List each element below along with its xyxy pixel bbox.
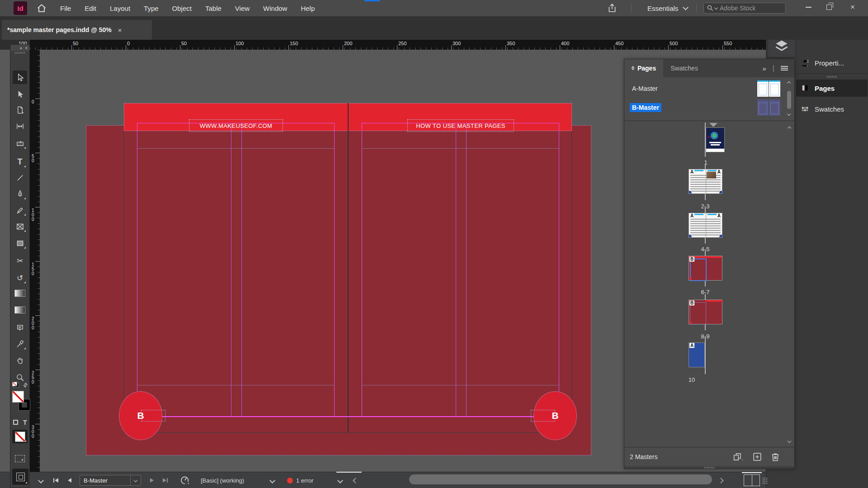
scroll-up-icon[interactable]	[788, 127, 791, 130]
horizontal-ruler[interactable]: 10050050100150200250300350400450500550	[30, 40, 766, 50]
preflight-menu-icon[interactable]	[270, 472, 274, 488]
frame-tool[interactable]	[13, 220, 27, 233]
pen-tool[interactable]	[13, 187, 27, 201]
type-tool[interactable]: T	[13, 155, 27, 169]
scroll-right-icon[interactable]	[719, 472, 723, 488]
close-button[interactable]: ×	[843, 0, 863, 14]
masters-scrollbar[interactable]	[786, 79, 793, 119]
indesign-logo[interactable]: Id	[14, 1, 27, 15]
search-input[interactable]: Adobe Stock	[703, 3, 786, 14]
eyedropper-tool[interactable]	[13, 337, 27, 351]
formatting-container-icon[interactable]	[13, 420, 18, 425]
flyout-indicator-icon	[24, 282, 26, 283]
next-page-button[interactable]	[150, 472, 154, 488]
preflight-profile[interactable]: [Basic] (working)	[201, 472, 244, 488]
menu-object[interactable]: Object	[165, 5, 198, 12]
tab-swatches[interactable]: Swatches	[663, 59, 705, 77]
hand-tool[interactable]	[13, 353, 27, 367]
expand-panel-icon[interactable]: »	[20, 46, 23, 51]
zoom-level-dropdown[interactable]	[39, 472, 43, 488]
workspace-switcher[interactable]: Essentials	[647, 0, 688, 16]
page-label[interactable]: 1	[692, 159, 719, 166]
scroll-left-icon[interactable]	[354, 472, 358, 488]
panel-collapse-icon[interactable]: »	[763, 65, 766, 72]
gridify-tool[interactable]	[15, 455, 25, 462]
menu-help[interactable]: Help	[294, 5, 321, 12]
master-row-b-master[interactable]: B-Master	[624, 99, 785, 116]
left-header-text-frame[interactable]: WWW.MAKEUSEOF.COM	[189, 119, 283, 132]
master-label[interactable]: A-Master	[630, 84, 660, 93]
delete-page-button[interactable]	[770, 451, 781, 462]
vertical-ruler[interactable]: 05 01 0 01 5 02 0 02 5 03 0 0	[30, 50, 40, 472]
text-frame-edge	[137, 148, 335, 149]
gap-tool[interactable]	[13, 119, 27, 133]
panel-resize-grip[interactable]	[624, 466, 794, 469]
page-tool[interactable]	[13, 103, 27, 117]
menu-file[interactable]: File	[53, 5, 78, 12]
rectangle-tool[interactable]	[13, 236, 27, 250]
pages-icon	[801, 84, 809, 93]
horizontal-scrollbar[interactable]	[409, 474, 712, 484]
master-thumbnail[interactable]	[757, 99, 781, 116]
edit-page-size-button[interactable]	[732, 451, 744, 462]
document-tab[interactable]: *sample master pages.indd @ 50% ×	[2, 20, 152, 40]
dock-item-pages[interactable]: Pages	[796, 80, 868, 97]
status-menu-icon[interactable]	[338, 472, 342, 488]
right-header-text-frame[interactable]: HOW TO USE MASTER PAGES	[407, 119, 514, 132]
dock-item-swatches[interactable]: Swatches	[796, 100, 868, 117]
screen-mode-button[interactable]	[12, 469, 28, 485]
menu-type[interactable]: Type	[137, 5, 165, 12]
eyedropper-icon	[16, 340, 24, 348]
menu-table[interactable]: Table	[198, 5, 228, 12]
menu-edit[interactable]: Edit	[78, 5, 103, 12]
scroll-down-icon[interactable]	[788, 439, 791, 443]
pencil-tool[interactable]	[13, 203, 27, 217]
dock-item-properti[interactable]: Properti...	[796, 54, 868, 71]
formatting-text-icon[interactable]: T	[23, 419, 27, 426]
close-tab-icon[interactable]: ×	[118, 26, 122, 34]
master-row-a-master[interactable]: A-Master	[624, 80, 785, 97]
first-page-button[interactable]	[53, 472, 58, 488]
menu-view[interactable]: View	[228, 5, 256, 12]
resize-grip[interactable]	[762, 477, 768, 484]
tab-pages[interactable]: ◊Pages	[624, 59, 663, 77]
gap-icon	[16, 122, 24, 131]
scissors-tool[interactable]: ✂	[13, 254, 27, 267]
create-new-page-button[interactable]	[752, 451, 763, 462]
selection-tool[interactable]	[13, 70, 27, 84]
close-icon[interactable]: ×	[25, 46, 28, 51]
last-page-button[interactable]	[163, 472, 168, 488]
error-dot-icon	[287, 478, 293, 483]
ruler-label: 1 0 0	[32, 208, 34, 222]
error-status[interactable]: 1 error	[287, 472, 313, 488]
preflight-icon[interactable]	[180, 472, 190, 488]
panel-grip[interactable]	[10, 51, 29, 55]
page-select-dropdown[interactable]: B-Master	[80, 475, 141, 486]
note-tool[interactable]	[13, 321, 27, 334]
ruler-label: 3 0 0	[32, 425, 34, 439]
panel-menu-icon[interactable]	[781, 66, 788, 70]
home-icon[interactable]	[36, 3, 48, 14]
gradient-swatch-tool[interactable]	[13, 286, 27, 300]
default-swatches-icon[interactable]	[13, 383, 19, 388]
free-transform-tool[interactable]: ↺	[13, 271, 27, 285]
tools-panel-header[interactable]: » ×	[10, 45, 29, 51]
previous-page-button[interactable]	[68, 472, 71, 488]
menu-layout[interactable]: Layout	[103, 5, 137, 12]
restore-button[interactable]	[819, 0, 839, 14]
panel-grip[interactable]	[827, 76, 837, 78]
apply-color-button[interactable]	[12, 430, 28, 443]
minimize-button[interactable]	[798, 0, 818, 14]
menu-window[interactable]: Window	[256, 5, 294, 12]
page-label[interactable]: 10	[678, 376, 705, 383]
fill-swatch-none[interactable]	[12, 391, 24, 403]
spread-view-toggle[interactable]	[744, 474, 760, 486]
direct-selection-tool[interactable]	[13, 87, 27, 101]
content-collector-tool[interactable]	[13, 136, 27, 150]
master-label[interactable]: B-Master	[630, 103, 661, 112]
gradient-feather-tool[interactable]	[13, 303, 27, 317]
master-thumbnail[interactable]	[757, 80, 781, 97]
ruler-label: 0	[32, 100, 34, 104]
share-icon[interactable]	[607, 3, 618, 13]
line-tool[interactable]	[13, 171, 27, 184]
